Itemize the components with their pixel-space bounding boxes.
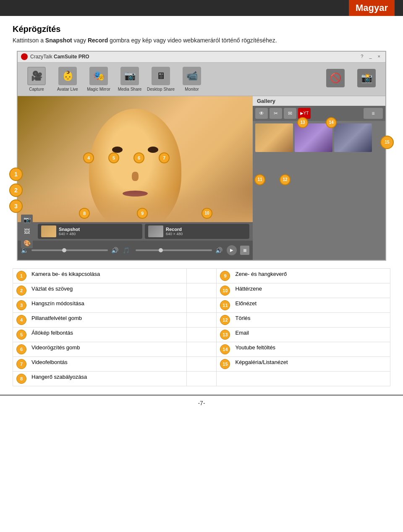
footer-bar: -7- <box>0 395 403 410</box>
gallery-delete-btn[interactable]: ✂ <box>270 108 282 119</box>
toolbar-avatar-live[interactable]: 👶 Avatar Live <box>53 67 82 92</box>
desktop-share-label: Desktop Share <box>147 87 175 92</box>
legend-row: 6Videorögzítés gomb14Youtube feltöltés <box>13 342 390 356</box>
cam-toggle-icon[interactable]: 📷 <box>21 215 33 225</box>
gallery-thumb-1[interactable] <box>255 123 293 152</box>
toolbar-cam-right2[interactable]: 📸 <box>352 69 381 89</box>
cam-right-icon: 🚫 <box>326 69 345 87</box>
toolbar-magic-mirror[interactable]: 🎭 Magic Mirror <box>84 67 113 92</box>
music-slider[interactable] <box>136 249 212 251</box>
legend-badge-right-1: 10 <box>220 286 230 296</box>
toolbar-media-share[interactable]: 📷 Media Share <box>115 67 144 92</box>
legend-badge-right-6: 15 <box>220 359 230 369</box>
legend-badge-left-6: 7 <box>16 359 26 369</box>
record-label: Record <box>166 227 183 232</box>
page-title: Képrögzítés <box>13 24 390 34</box>
legend-badge-right-0: 9 <box>220 271 230 281</box>
legend-badge-left-3: 4 <box>16 315 26 325</box>
legend-label-right-5: Youtube feltöltés <box>235 344 275 351</box>
toolbar-monitor[interactable]: 📹 Monitor <box>177 67 207 92</box>
app-title: CrazyTalk CamSuite PRO <box>30 54 89 60</box>
gallery-email-btn[interactable]: ✉ <box>284 108 296 119</box>
app-titlebar: CrazyTalk CamSuite PRO ? _ × <box>18 52 385 63</box>
legend-row: 4Pillanatfelvétel gomb12Törlés <box>13 312 390 327</box>
badge-6: 6 <box>133 152 144 163</box>
gallery-view-btn[interactable]: 👁 <box>255 108 268 119</box>
snapshot-label: Snapshot <box>59 227 80 232</box>
legend-label-right-4: Email <box>235 330 249 336</box>
legend-badge-right-5: 14 <box>220 344 230 354</box>
magic-mirror-label: Magic Mirror <box>87 87 110 92</box>
media-share-label: Media Share <box>118 87 142 92</box>
gallery-list-btn[interactable]: ≡ <box>364 108 383 119</box>
capture-controls-row: 📷 🖼 🎨 Snapshot 640 × 480 <box>18 222 253 241</box>
legend-badge-left-5: 6 <box>16 344 26 354</box>
subtitle-part2: vagy <box>72 37 88 44</box>
toolbar-desktop-share[interactable]: 🖥 Desktop Share <box>146 67 175 92</box>
legend-row: 7Videofelbontás15Képgaléria/Listanézet <box>13 356 390 371</box>
magic-mirror-icon: 🎭 <box>89 67 108 85</box>
legend-badge-left-1: 2 <box>16 286 26 296</box>
desktop-share-icon: 🖥 <box>152 67 170 85</box>
legend-row: 5Állókép felbontás13Email <box>13 327 390 342</box>
badge-10: 10 <box>202 208 212 219</box>
badge-12: 12 <box>280 174 290 185</box>
language-label: Magyar <box>349 0 395 16</box>
legend-badge-left-2: 3 <box>16 300 26 310</box>
record-button-icon[interactable]: ⏹ <box>240 246 249 255</box>
legend-row: 2Vázlat és szöveg10Háttérzene <box>13 283 390 298</box>
legend-badge-right-3: 12 <box>220 315 230 325</box>
play-button[interactable]: ▶ <box>227 245 237 255</box>
badge-1: 1 <box>9 168 23 181</box>
help-button[interactable]: ? <box>359 54 365 59</box>
audio-controls-row: 🔈 🔊 🎵 🔊 ▶ ⏹ <box>18 241 253 260</box>
webcam-controls: 📷 🖼 🎨 Snapshot 640 × 480 <box>18 222 253 260</box>
badge-14: 14 <box>326 117 337 128</box>
badge-7: 7 <box>159 152 170 163</box>
gallery-toolbar: 👁 ✂ ✉ ▶YT ≡ <box>253 106 385 121</box>
legend-badge-left-4: 5 <box>16 330 26 340</box>
record-control[interactable]: Record 640 × 480 <box>145 224 249 239</box>
app-window: CrazyTalk CamSuite PRO ? _ × 🎥 Capture 👶… <box>17 51 386 261</box>
subtitle-part1: Kattintson a <box>13 37 45 44</box>
app-window-controls[interactable]: ? _ × <box>359 54 382 59</box>
subtitle-bold2: Record <box>88 37 108 44</box>
close-button[interactable]: × <box>376 54 382 59</box>
avatar-icon: 👶 <box>58 67 77 85</box>
legend-label-left-2: Hangszín módosítása <box>31 300 84 307</box>
volume-slider[interactable] <box>31 249 108 251</box>
volume-up-icon: 🔊 <box>111 247 118 254</box>
legend-label-left-0: Kamera be- és kikapcsolása <box>31 271 100 277</box>
media-share-icon: 📷 <box>120 67 139 85</box>
sketch-icon[interactable]: 🖼 <box>21 226 33 236</box>
toolbar-capture[interactable]: 🎥 Capture <box>22 67 51 92</box>
badge-13: 13 <box>297 117 308 128</box>
minimize-button[interactable]: _ <box>367 54 373 59</box>
gallery-title: Gallery <box>257 98 275 104</box>
page-subtitle: Kattintson a Snapshot vagy Record gombra… <box>13 37 390 45</box>
legend-label-right-6: Képgaléria/Listanézet <box>235 359 288 365</box>
gallery-thumb-3[interactable] <box>334 123 372 152</box>
subtitle-bold1: Snapshot <box>45 37 72 44</box>
badge-5: 5 <box>108 152 119 163</box>
toolbar-cam-right[interactable]: 🚫 <box>321 69 350 89</box>
legend-table: 1Kamera be- és kikapcsolása9Zene- és han… <box>13 268 390 386</box>
record-size: 640 × 480 <box>166 232 183 236</box>
cam-right2-icon: 📸 <box>357 69 376 87</box>
volume-down-icon: 🔈 <box>21 247 28 254</box>
badge-3: 3 <box>9 199 23 213</box>
snapshot-thumb <box>41 225 56 237</box>
legend-label-left-3: Pillanatfelvétel gomb <box>31 315 82 321</box>
monitor-label: Monitor <box>185 87 199 92</box>
badge-15: 15 <box>380 136 394 149</box>
legend-label-left-5: Videorögzítés gomb <box>31 344 80 351</box>
capture-label: Capture <box>29 87 44 92</box>
legend-label-right-1: Háttérzene <box>235 286 262 292</box>
legend-row: 8Hangerő szabályozása <box>13 371 390 386</box>
legend-label-right-3: Törlés <box>235 315 250 321</box>
legend-label-right-0: Zene- és hangkeverő <box>235 271 287 277</box>
snapshot-control[interactable]: Snapshot 640 × 480 <box>38 224 142 239</box>
app-toolbar: 🎥 Capture 👶 Avatar Live 🎭 Magic Mirror 📷… <box>18 63 385 96</box>
main-content: Képrögzítés Kattintson a Snapshot vagy R… <box>0 16 403 390</box>
badge-8: 8 <box>79 208 90 219</box>
